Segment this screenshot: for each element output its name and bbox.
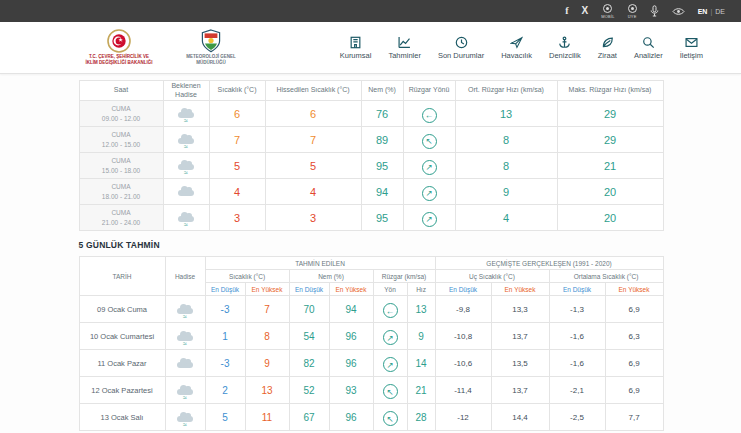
daily-subheader-max: En Yüksek xyxy=(329,283,373,296)
min-temp-cell: 2 xyxy=(205,377,245,404)
time-cell: CUMA12.00 - 15.00 xyxy=(79,127,163,153)
humidity-cell: 94 xyxy=(361,179,403,205)
daily-header-temp: Sıcaklık (°C) xyxy=(205,270,289,283)
nav-item-tahminler[interactable]: Tahminler xyxy=(388,36,421,60)
daily-header-wind: Rüzgar (km/sa) xyxy=(373,270,435,283)
building-icon xyxy=(349,36,362,49)
member-icon[interactable]: ÜYE xyxy=(628,4,637,19)
nav-item-kurumsal[interactable]: Kurumsal xyxy=(340,36,372,60)
wind-direction-icon: ← xyxy=(422,108,437,123)
average-max-cell: 7,7 xyxy=(605,404,663,431)
wind-direction-icon: ← xyxy=(383,303,398,318)
extreme-min-cell: -12 xyxy=(435,404,491,431)
average-max-cell: 6,3 xyxy=(605,323,663,350)
x-twitter-icon[interactable]: X xyxy=(582,6,589,16)
cloud-icon xyxy=(178,190,194,201)
feels-cell: 3 xyxy=(265,205,361,231)
wind-max-cell: 21 xyxy=(557,153,663,179)
max-humidity-cell: 93 xyxy=(329,377,373,404)
hourly-row: CUMA09.00 - 12.00 ≈ 6 6 76 ← 13 29 xyxy=(79,101,663,127)
wind-speed-cell: 9 xyxy=(407,323,435,350)
wind-dir-cell: ↗ xyxy=(373,350,407,377)
plane-icon xyxy=(510,36,523,49)
wind-direction-icon: ↖ xyxy=(383,411,398,426)
average-min-cell: -2,5 xyxy=(549,404,605,431)
max-humidity-cell: 96 xyxy=(329,404,373,431)
daily-row: 12 Ocak Pazartesi ≈ 2 13 52 93 ↖ 21 -11,… xyxy=(79,377,663,404)
wind-max-cell: 29 xyxy=(557,101,663,127)
daily-row: 10 Ocak Cumartesi ≈ 1 8 54 96 ↗ 9 -10,8 … xyxy=(79,323,663,350)
average-max-cell: 6,9 xyxy=(605,377,663,404)
wind-avg-cell: 13 xyxy=(455,101,557,127)
nav-label: Denizcilik xyxy=(549,51,581,60)
wind-direction-icon: ↗ xyxy=(422,212,437,227)
hourly-header-wind-avg: Ort. Rüzgar Hızı (km/sa) xyxy=(455,81,557,101)
daily-section-title: 5 GÜNLÜK TAHMİN xyxy=(79,240,663,250)
app-badge-circle xyxy=(603,4,612,13)
extreme-min-cell: -9,8 xyxy=(435,296,491,323)
nav-item-analizler[interactable]: Analizler xyxy=(634,36,663,60)
min-temp-cell: 1 xyxy=(205,323,245,350)
daily-header-condition: Hadise xyxy=(165,257,205,296)
daily-header-historical: GEÇMİŞTE GERÇEKLEŞEN (1991 - 2020) xyxy=(435,257,663,270)
mgm-logo-text: METEOROLOJİ GENEL MÜDÜRLÜĞÜ xyxy=(176,54,246,65)
wind-avg-cell: 9 xyxy=(455,179,557,205)
ministry-emblem-icon xyxy=(107,29,131,53)
daily-row: 11 Ocak Pazar -3 9 82 96 ↗ 14 -10,6 13,5… xyxy=(79,350,663,377)
lang-en[interactable]: EN xyxy=(698,8,708,15)
cloud-fog-icon: ≈ xyxy=(178,216,194,227)
hourly-row: CUMA12.00 - 15.00 ≈ 7 7 89 ↖ 8 29 xyxy=(79,127,663,153)
time-cell: CUMA18.00 - 21.00 xyxy=(79,179,163,205)
leaf-icon xyxy=(601,36,614,49)
site-header: T.C. ÇEVRE, ŞEHİRCİLİK VE İKLİM DEĞİŞİKL… xyxy=(0,22,741,74)
hourly-row: CUMA15.00 - 18.00 ≈ 5 5 95 ↗ 8 21 xyxy=(79,153,663,179)
ministry-logo[interactable]: T.C. ÇEVRE, ŞEHİRCİLİK VE İKLİM DEĞİŞİKL… xyxy=(84,29,154,65)
max-temp-cell: 9 xyxy=(245,350,289,377)
facebook-icon[interactable]: f xyxy=(565,6,568,16)
daily-forecast-table: TARİH Hadise TAHMİN EDİLEN GEÇMİŞTE GERÇ… xyxy=(79,256,664,431)
cloud-fog-icon: ≈ xyxy=(178,112,194,123)
average-max-cell: 6,9 xyxy=(605,296,663,323)
lang-de[interactable]: DE xyxy=(715,8,725,15)
daily-header-predicted: TAHMİN EDİLEN xyxy=(205,257,435,270)
nav-item-denizcilik[interactable]: Denizcilik xyxy=(549,36,581,60)
wind-direction-icon: ↗ xyxy=(383,330,398,345)
feels-cell: 5 xyxy=(265,153,361,179)
eye-icon[interactable] xyxy=(672,7,685,16)
humidity-cell: 95 xyxy=(361,153,403,179)
time-cell: CUMA15.00 - 18.00 xyxy=(79,153,163,179)
wind-dir-cell: ↖ xyxy=(373,377,407,404)
lang-separator: | xyxy=(710,8,712,15)
wind-speed-cell: 13 xyxy=(407,296,435,323)
cloud-fog-icon: ≈ xyxy=(178,164,194,175)
nav-item-havacilik[interactable]: Havacılık xyxy=(501,36,532,60)
average-min-cell: -2,1 xyxy=(549,377,605,404)
nav-label: Kurumsal xyxy=(340,51,372,60)
cloud-fog-icon: ≈ xyxy=(177,308,193,319)
nav-item-iletisim[interactable]: İletişim xyxy=(680,36,703,60)
time-cell: CUMA21.00 - 24.00 xyxy=(79,205,163,231)
condition-cell: ≈ xyxy=(163,127,209,153)
extreme-min-cell: -10,6 xyxy=(435,350,491,377)
member-badge-circle xyxy=(628,4,637,13)
cloud-icon xyxy=(177,362,193,373)
nav-item-ziraat[interactable]: Ziraat xyxy=(598,36,617,60)
daily-row: 13 Ocak Salı ≈ 5 11 67 96 ↖ 28 -12 14,4 … xyxy=(79,404,663,431)
date-cell: 09 Ocak Cuma xyxy=(79,296,165,323)
extreme-max-cell: 14,4 xyxy=(491,404,549,431)
feels-cell: 7 xyxy=(265,127,361,153)
anchor-icon xyxy=(558,36,571,49)
microphone-icon[interactable] xyxy=(650,5,659,17)
wind-avg-cell: 8 xyxy=(455,127,557,153)
language-switcher: EN | DE xyxy=(698,8,725,15)
mgm-shield-icon xyxy=(201,29,221,53)
nav-item-son-durumlar[interactable]: Son Durumlar xyxy=(438,36,484,60)
cloud-fog-icon: ≈ xyxy=(177,335,193,346)
extreme-max-cell: 13,3 xyxy=(491,296,549,323)
hourly-forecast-table: Saat Beklenen Hadise Sıcaklık (°C) Hisse… xyxy=(79,80,664,231)
mobile-app-icon[interactable]: MOBİL xyxy=(601,4,614,19)
mgm-logo[interactable]: METEOROLOJİ GENEL MÜDÜRLÜĞÜ xyxy=(176,29,246,65)
extreme-min-cell: -10,8 xyxy=(435,323,491,350)
temp-cell: 3 xyxy=(209,205,265,231)
wind-dir-cell: ↗ xyxy=(373,323,407,350)
